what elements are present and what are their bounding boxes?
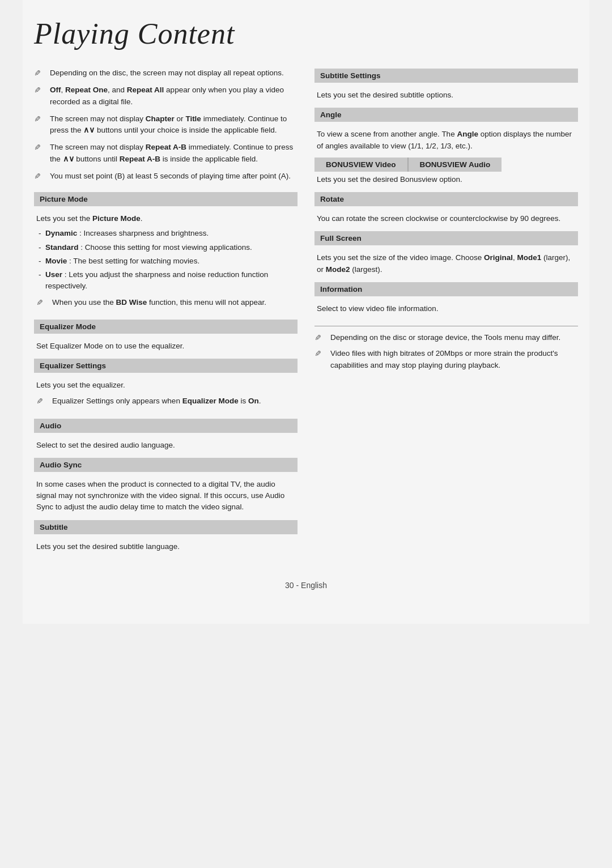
equalizer-mode-body: Set Equalizer Mode on to use the equaliz… (34, 338, 298, 358)
audio-body: Select to set the desired audio language… (34, 437, 298, 457)
angle-header: Angle (314, 108, 578, 122)
bonusview-audio-tab: BONUSVIEW Audio (409, 158, 502, 172)
full-screen-section: Full Screen Lets you set the size of the… (314, 231, 578, 281)
equalizer-mode-header: Equalizer Mode (34, 320, 298, 334)
angle-section: Angle To view a scene from another angle… (314, 108, 578, 158)
equalizer-settings-note: Equalizer Settings only appears when Equ… (36, 395, 295, 407)
subtitle-settings-body: Lets you set the desired subtitle option… (314, 87, 578, 107)
rotate-body: You can rotate the screen clockwise or c… (314, 211, 578, 230)
intro-bullet-3: The screen may not display Chapter or Ti… (34, 113, 298, 137)
page-container: Playing Content Depending on the disc, t… (23, 0, 589, 624)
bonusview-section: BONUSVIEW Video BONUSVIEW Audio Lets you… (314, 158, 578, 191)
subtitle-header: Subtitle (34, 520, 298, 534)
subtitle-settings-section: Subtitle Settings Lets you set the desir… (314, 69, 578, 107)
picture-mode-header: Picture Mode (34, 192, 298, 206)
full-screen-header: Full Screen (314, 231, 578, 245)
bonusview-body: Lets you set the desired Bonusview optio… (314, 172, 578, 191)
picture-mode-movie: Movie : The best setting for watching mo… (36, 256, 295, 267)
intro-bullet-2: Off, Repeat One, and Repeat All appear o… (34, 84, 298, 108)
picture-mode-intro: Lets you set the Picture Mode. (36, 213, 295, 224)
right-note-1: Depending on the disc or storage device,… (314, 332, 578, 343)
picture-mode-standard: Standard : Choose this setting for most … (36, 242, 295, 253)
intro-bullet-5: You must set point (B) at least 5 second… (34, 171, 298, 182)
two-column-layout: Depending on the disc, the screen may no… (34, 67, 578, 558)
equalizer-settings-header: Equalizer Settings (34, 359, 298, 373)
audio-sync-body: In some cases when the product is connec… (34, 476, 298, 519)
right-col-divider (314, 326, 578, 326)
rotate-section: Rotate You can rotate the screen clockwi… (314, 192, 578, 230)
picture-mode-list: Dynamic : Increases sharpness and bright… (36, 228, 295, 292)
page-footer: 30 - English (34, 581, 578, 590)
information-header: Information (314, 282, 578, 296)
full-screen-body: Lets you set the size of the video image… (314, 250, 578, 281)
information-body: Select to view video file information. (314, 301, 578, 320)
audio-header: Audio (34, 419, 298, 433)
intro-bullet-list: Depending on the disc, the screen may no… (34, 67, 298, 182)
bonusview-video-tab: BONUSVIEW Video (314, 158, 408, 172)
right-note-2: Video files with high bitrates of 20Mbps… (314, 348, 578, 371)
right-column: Subtitle Settings Lets you set the desir… (314, 67, 578, 558)
left-column: Depending on the disc, the screen may no… (34, 67, 298, 558)
equalizer-settings-body: Lets you set the equalizer. Equalizer Se… (34, 377, 298, 418)
page-title: Playing Content (34, 17, 578, 50)
subtitle-body: Lets you set the desired subtitle langua… (34, 539, 298, 558)
picture-mode-dynamic: Dynamic : Increases sharpness and bright… (36, 228, 295, 239)
equalizer-mode-section: Equalizer Mode Set Equalizer Mode on to … (34, 320, 298, 358)
information-section: Information Select to view video file in… (314, 282, 578, 320)
picture-mode-body: Lets you set the Picture Mode. Dynamic :… (34, 211, 298, 318)
subtitle-section: Subtitle Lets you set the desired subtit… (34, 520, 298, 558)
audio-sync-section: Audio Sync In some cases when the produc… (34, 458, 298, 519)
audio-section: Audio Select to set the desired audio la… (34, 419, 298, 457)
subtitle-settings-header: Subtitle Settings (314, 69, 578, 83)
right-col-notes: Depending on the disc or storage device,… (314, 332, 578, 371)
intro-bullet-4: The screen may not display Repeat A-B im… (34, 142, 298, 165)
intro-bullet-1: Depending on the disc, the screen may no… (34, 67, 298, 79)
equalizer-settings-text: Lets you set the equalizer. (36, 380, 295, 391)
angle-body: To view a scene from another angle. The … (314, 126, 578, 158)
picture-mode-note: When you use the BD Wise function, this … (36, 297, 295, 308)
equalizer-settings-section: Equalizer Settings Lets you set the equa… (34, 359, 298, 418)
picture-mode-section: Picture Mode Lets you set the Picture Mo… (34, 192, 298, 318)
rotate-header: Rotate (314, 192, 578, 206)
picture-mode-user: User : Lets you adjust the sharpness and… (36, 269, 295, 292)
audio-sync-header: Audio Sync (34, 458, 298, 472)
bonusview-header: BONUSVIEW Video BONUSVIEW Audio (314, 158, 578, 172)
